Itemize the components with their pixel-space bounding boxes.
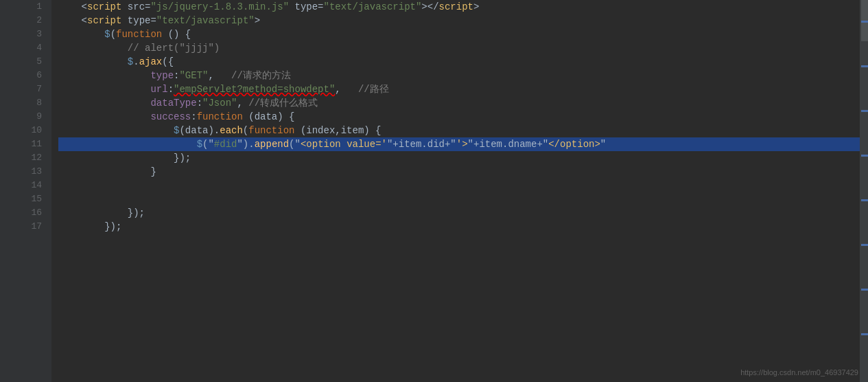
code-line-8: dataType:"Json", //转成什么格式 (58, 96, 860, 110)
token: }); (58, 220, 121, 234)
token: script (87, 0, 121, 14)
token: success (150, 110, 191, 124)
token: ( (110, 27, 116, 41)
code-line-12: }); (58, 151, 860, 165)
line-num-9: 9 (21, 110, 46, 124)
line-num-6: 6 (21, 69, 46, 82)
code-line-1: <script src="js/jquery-1.8.3.min.js" typ… (58, 0, 860, 14)
token: </option> (548, 137, 600, 151)
token: type (150, 69, 174, 82)
token: "GET" (179, 69, 208, 82)
scrollbar-marker-4 (861, 155, 868, 157)
token: , (208, 69, 231, 82)
line-num-1: 1 (21, 0, 46, 14)
line-num-2: 2 (21, 14, 46, 27)
token: "js/jquery-1.8.3.min.js" (150, 0, 289, 14)
breakpoint-gutter (0, 0, 10, 382)
token: } (58, 165, 156, 179)
token: (index,item) { (294, 124, 381, 137)
token: (" (202, 137, 214, 151)
token (58, 69, 150, 82)
token: "+item.dname+" (468, 137, 549, 151)
token: //请求的方法 (231, 69, 291, 82)
scrollbar-marker-6 (861, 244, 868, 246)
code-line-13: } (58, 165, 860, 179)
token: ajax (139, 55, 163, 69)
token: "text/javascript" (156, 14, 255, 27)
code-line-6: type:"GET", //请求的方法 (58, 69, 860, 82)
code-line-16: }); (58, 206, 860, 220)
token: $ (174, 124, 179, 137)
token: // alert("jjjj") (128, 41, 220, 55)
token (58, 124, 174, 137)
token: #did (214, 137, 237, 151)
token: type= (289, 0, 323, 14)
line-num-15: 15 (21, 192, 46, 206)
token: <option value=' (301, 137, 387, 151)
line-num-3: 3 (21, 27, 46, 41)
token: $ (128, 55, 133, 69)
token: (data) { (243, 110, 295, 124)
token: "Json" (202, 96, 237, 110)
token: "+item.did+" (387, 137, 456, 151)
token: : (197, 96, 202, 110)
line-num-14: 14 (21, 179, 46, 192)
line-num-8: 8 (21, 96, 46, 110)
token (58, 82, 150, 96)
vertical-scrollbar[interactable] (860, 0, 868, 382)
token (58, 55, 128, 69)
code-line-17: }); (58, 220, 860, 234)
line-num-11: 11 (21, 137, 46, 151)
code-line-3: $(function () { (58, 27, 860, 41)
line-num-17: 17 (21, 220, 46, 234)
token: ({ (162, 55, 174, 69)
token: dataType (150, 96, 196, 110)
token: < (58, 14, 87, 27)
code-area[interactable]: <script src="js/jquery-1.8.3.min.js" typ… (51, 0, 860, 382)
scrollbar-marker-1 (861, 21, 868, 23)
line-num-4: 4 (21, 41, 46, 55)
code-line-14 (58, 179, 860, 192)
code-line-4: // alert("jjjj") (58, 41, 860, 55)
token: //转成什么格式 (248, 96, 318, 110)
token: }); (58, 206, 145, 220)
token: append (255, 137, 289, 151)
token: : (191, 110, 196, 124)
token: function (116, 27, 162, 41)
line-numbers: 1 2 3 4 5 6 7 8 9 10 11 12 13 14 15 16 1… (21, 0, 51, 382)
token: script (439, 0, 473, 14)
token: . (133, 55, 139, 69)
token: //路径 (358, 82, 389, 96)
token: (" (289, 137, 301, 151)
token: "text/javascript" (324, 0, 422, 14)
token: }); (58, 151, 191, 165)
watermark: https://blog.csdn.net/m0_46937429 (740, 368, 858, 377)
token (58, 110, 150, 124)
token: : (174, 69, 179, 82)
token: function (248, 124, 294, 137)
token: url (150, 82, 167, 96)
token (58, 137, 197, 151)
token: src= (121, 0, 150, 14)
token: $ (197, 137, 202, 151)
code-editor: 1 2 3 4 5 6 7 8 9 10 11 12 13 14 15 16 1… (0, 0, 868, 382)
line-num-5: 5 (21, 55, 46, 69)
token (58, 27, 104, 41)
line-num-7: 7 (21, 82, 46, 96)
token: , (237, 96, 248, 110)
scrollbar-marker-8 (861, 333, 868, 335)
code-line-10: $(data).each(function (index,item) { (58, 124, 860, 137)
token: ( (243, 124, 248, 137)
code-line-11: $("#did").append("<option value='"+item.… (58, 137, 860, 151)
line-num-16: 16 (21, 206, 46, 220)
token: , (335, 82, 358, 96)
scrollbar-marker-2 (861, 65, 868, 67)
token: each (220, 124, 243, 137)
token: "empServlet?method=showdept" (174, 82, 335, 96)
token: "). (237, 137, 254, 151)
token: $ (104, 27, 110, 41)
code-line-15 (58, 192, 860, 206)
fold-gutter (10, 0, 21, 382)
scrollbar-marker-7 (861, 289, 868, 291)
token (58, 96, 150, 110)
